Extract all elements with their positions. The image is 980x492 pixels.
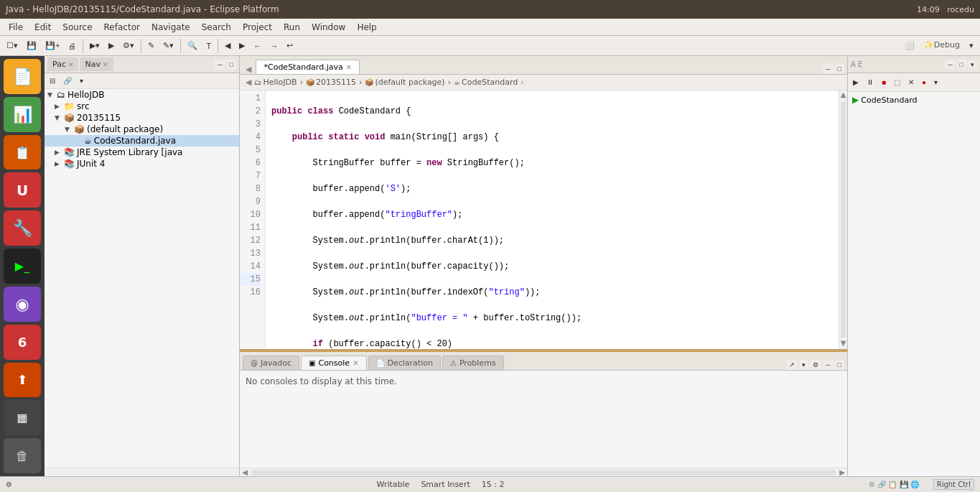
menu-edit[interactable]: Edit bbox=[29, 21, 57, 34]
hscroll-bar[interactable] bbox=[251, 470, 836, 475]
taskbar-apps[interactable]: ◉ bbox=[4, 287, 41, 322]
debug-resume[interactable]: ▶ bbox=[849, 76, 862, 88]
maximize-editor[interactable]: ⬜ bbox=[901, 39, 918, 52]
run-button[interactable]: ▶ bbox=[105, 39, 118, 52]
tab-codestandard[interactable]: *CodeStandard.java ✕ bbox=[256, 60, 360, 74]
save-button[interactable]: 💾 bbox=[23, 39, 40, 52]
ext-button[interactable]: ⚙▾ bbox=[119, 39, 138, 52]
console-opts[interactable]: ⚙ bbox=[810, 360, 821, 370]
hscroll-right[interactable]: ▶ bbox=[837, 468, 847, 476]
bottom-max[interactable]: □ bbox=[835, 360, 844, 370]
taskbar-java-icon[interactable]: U bbox=[4, 172, 41, 208]
editor-vscroll[interactable]: ▲ ▼ bbox=[839, 90, 847, 349]
right-panel-tabs: A E ─ □ ▾ bbox=[848, 56, 980, 73]
open-type[interactable]: T bbox=[202, 40, 215, 52]
ln-12: 12 bbox=[240, 234, 261, 247]
right-min[interactable]: ─ bbox=[945, 60, 955, 70]
debug-dropdown[interactable]: ▾ bbox=[966, 39, 977, 52]
bottom-hscroll[interactable]: ◀ ▶ bbox=[240, 468, 847, 476]
menu-help[interactable]: Help bbox=[351, 21, 382, 34]
ln-15: 15 bbox=[240, 273, 261, 286]
editor-max[interactable]: □ bbox=[835, 64, 844, 74]
open-console-btn[interactable]: ↗ bbox=[786, 360, 798, 370]
tab-console-close[interactable]: ✕ bbox=[353, 359, 358, 367]
tree-codestandard[interactable]: ☕ CodeStandard.java bbox=[45, 135, 239, 147]
scroll-down[interactable]: ▼ bbox=[839, 339, 847, 349]
debug-remove[interactable]: ✕ bbox=[905, 76, 918, 88]
menu-file[interactable]: File bbox=[3, 21, 29, 34]
next-anno[interactable]: ▶ bbox=[235, 39, 248, 52]
taskbar-badge[interactable]: 6 bbox=[4, 325, 41, 360]
menu-source[interactable]: Source bbox=[57, 21, 98, 34]
menu-navigate[interactable]: Navigate bbox=[146, 21, 196, 34]
console-dropdown[interactable]: ▾ bbox=[799, 360, 808, 370]
editor-min[interactable]: ─ bbox=[823, 64, 833, 74]
title-text: Java - HelloJDB/20135115/CodeStandard.ja… bbox=[6, 4, 279, 14]
panel-menu[interactable]: ▾ bbox=[76, 75, 87, 87]
tree-20135115[interactable]: ▼ 📦 20135115 bbox=[45, 112, 239, 124]
breadcrumb-20135115[interactable]: 📦20135115 bbox=[306, 78, 356, 87]
scroll-up[interactable]: ▲ bbox=[839, 90, 847, 101]
debug-suspend[interactable]: ⏸ bbox=[863, 76, 877, 88]
taskbar-doc[interactable]: 📋 bbox=[4, 135, 41, 170]
tab-pac[interactable]: Pac ✕ bbox=[47, 57, 78, 71]
new-button[interactable]: ☐▾ bbox=[3, 39, 22, 52]
code-area[interactable]: public class CodeStandard { public stati… bbox=[266, 90, 839, 349]
username: rocedu bbox=[947, 5, 974, 14]
breadcrumb-class[interactable]: ☕CodeStandard bbox=[454, 78, 518, 87]
run-last-button[interactable]: ▶▾ bbox=[86, 39, 103, 52]
tab-codestandard-close[interactable]: ✕ bbox=[346, 63, 352, 71]
right-max[interactable]: □ bbox=[957, 60, 966, 70]
tree-jre[interactable]: ▶ 📚 JRE System Library [java bbox=[45, 147, 239, 158]
taskbar-settings[interactable]: 🔧 bbox=[4, 210, 41, 246]
debug-more[interactable]: ▾ bbox=[930, 76, 941, 88]
next-change[interactable]: → bbox=[266, 40, 281, 52]
tree-hellojdb[interactable]: ▼ 🗂 HelloJDB bbox=[45, 89, 239, 101]
tab-javadoc[interactable]: @ Javadoc bbox=[243, 356, 299, 370]
maximize-panel[interactable]: □ bbox=[227, 60, 236, 70]
save-all-button[interactable]: 💾+ bbox=[42, 39, 63, 52]
tab-pac-close[interactable]: ✕ bbox=[68, 61, 74, 68]
menu-search[interactable]: Search bbox=[196, 21, 237, 34]
editor-tab-arrow[interactable]: ◀ bbox=[243, 65, 254, 74]
taskbar-trash[interactable]: 🗑 bbox=[4, 438, 41, 473]
prev-edit[interactable]: ✎ bbox=[144, 39, 158, 52]
collapse-all[interactable]: ⊟ bbox=[46, 75, 59, 87]
menu-window[interactable]: Window bbox=[306, 21, 351, 34]
menu-project[interactable]: Project bbox=[237, 21, 278, 34]
taskbar-terminal[interactable]: ▶_ bbox=[4, 249, 41, 284]
tab-nav-close[interactable]: ✕ bbox=[103, 61, 108, 68]
last-edit-loc[interactable]: ↩ bbox=[283, 39, 297, 52]
menu-refactor[interactable]: Refactor bbox=[98, 21, 146, 34]
menu-run[interactable]: Run bbox=[278, 21, 306, 34]
taskbar-files[interactable]: 📄 bbox=[4, 59, 41, 94]
tab-nav[interactable]: Nav ✕ bbox=[80, 57, 113, 71]
hscroll-left[interactable]: ◀ bbox=[240, 468, 250, 476]
taskbar-spreadsheet[interactable]: 📊 bbox=[4, 97, 41, 132]
next-edit[interactable]: ✎▾ bbox=[159, 39, 177, 52]
debug-item-codestandard[interactable]: ▶ CodeStandard bbox=[849, 93, 979, 106]
tree-default-pkg[interactable]: ▼ 📦 (default package) bbox=[45, 124, 239, 135]
debug-disconnect[interactable]: ⬚ bbox=[890, 76, 904, 88]
prev-anno[interactable]: ◀ bbox=[221, 39, 234, 52]
prev-change[interactable]: ← bbox=[250, 40, 265, 52]
taskbar-window[interactable]: ▦ bbox=[4, 400, 41, 435]
left-panel-scrollbar[interactable] bbox=[45, 468, 239, 476]
scroll-thumb[interactable] bbox=[841, 102, 846, 338]
tree-junit[interactable]: ▶ 📚 JUnit 4 bbox=[45, 158, 239, 170]
minimize-panel[interactable]: ─ bbox=[215, 60, 225, 70]
tab-console[interactable]: ▣ Console ✕ bbox=[301, 356, 367, 370]
bottom-min[interactable]: ─ bbox=[823, 360, 833, 370]
search-btn[interactable]: 🔍 bbox=[184, 39, 201, 52]
link-editor[interactable]: 🔗 bbox=[60, 75, 75, 87]
breadcrumb-hellojdb[interactable]: 🗂HelloJDB bbox=[254, 78, 297, 87]
taskbar-upload[interactable]: ⬆ bbox=[4, 363, 41, 398]
debug-run-mode[interactable]: ● bbox=[918, 76, 930, 88]
tab-declaration[interactable]: 📄 Declaration bbox=[368, 356, 441, 370]
tab-problems[interactable]: ⚠ Problems bbox=[442, 356, 504, 370]
breadcrumb-pkg[interactable]: 📦(default package) bbox=[365, 78, 444, 87]
print-button[interactable]: 🖨 bbox=[65, 40, 80, 52]
tree-src[interactable]: ▶ 📁 src bbox=[45, 101, 239, 112]
right-dropdown[interactable]: ▾ bbox=[968, 60, 977, 70]
debug-terminate[interactable]: ■ bbox=[878, 76, 890, 88]
